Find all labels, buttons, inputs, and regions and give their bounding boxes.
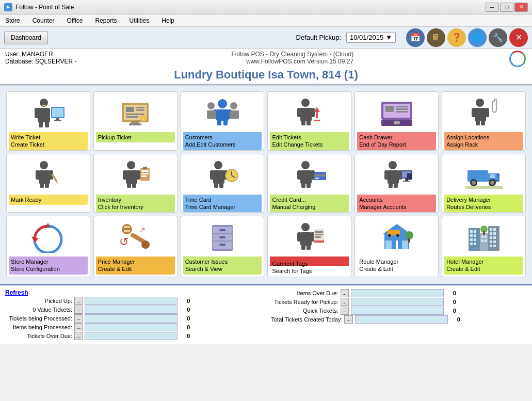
overdue-tickets-row: Tickets Over Due: ... 0	[5, 332, 261, 340]
picked-up-input[interactable]	[85, 297, 178, 305]
svg-rect-71	[141, 175, 147, 177]
hotel-manager-button[interactable]: Hotel Manager Create & Edit	[442, 216, 526, 277]
svg-rect-150	[474, 234, 476, 237]
calendar-icon[interactable]: 📅	[406, 28, 425, 47]
svg-rect-139	[385, 240, 392, 249]
credit-card-button[interactable]: Credit Card... Manual Charging	[267, 154, 351, 213]
zero-value-btn[interactable]: ...	[74, 306, 83, 314]
svg-point-144	[405, 231, 413, 239]
total-today-btn[interactable]: ...	[344, 315, 352, 324]
svg-point-142	[388, 234, 391, 237]
svg-rect-102	[467, 170, 488, 182]
web-icon[interactable]: 🌐	[468, 28, 487, 47]
write-ticket-button[interactable]: Write Ticket Create Ticket	[6, 91, 90, 151]
menu-utilities[interactable]: Utilities	[127, 16, 152, 25]
maximize-button[interactable]: □	[500, 3, 513, 12]
total-today-label: Total Tickets Created Today:	[271, 316, 343, 323]
help-icon[interactable]: ❓	[447, 28, 466, 47]
total-today-input[interactable]	[355, 315, 448, 324]
customers-label: Customers Add,Edit Customers	[183, 132, 262, 150]
assign-locations-button[interactable]: Assign Locations Assign Rack	[442, 91, 526, 151]
time-card-button[interactable]: Time Card Time Card Manager	[181, 154, 265, 213]
svg-point-127	[301, 223, 310, 231]
customers-button[interactable]: Customers Add,Edit Customers	[181, 91, 265, 151]
menu-help[interactable]: Help	[159, 16, 176, 25]
inventory-button[interactable]: Inventory Click for Inventory	[93, 154, 178, 213]
quick-tickets-btn[interactable]: ...	[341, 307, 349, 315]
menu-office[interactable]: Office	[65, 16, 85, 25]
close-button[interactable]: ✕	[514, 3, 528, 12]
ready-pickup-input[interactable]	[351, 298, 444, 306]
dashboard-button[interactable]: Dashboard	[4, 31, 48, 44]
edit-tickets-icon	[289, 95, 330, 130]
svg-rect-151	[470, 238, 473, 241]
title-bar: ▶ Follow - Point of Sale ─ □ ✕	[0, 0, 532, 14]
minimize-button[interactable]: ─	[486, 3, 499, 12]
zero-value-input[interactable]	[85, 306, 178, 314]
svg-rect-135	[315, 234, 323, 235]
garment-tags-button[interactable]: Garment Tags Search for Tags	[267, 216, 351, 277]
svg-text:↗: ↗	[139, 226, 146, 234]
menu-reports[interactable]: Reports	[93, 16, 119, 25]
items-overdue-input[interactable]	[351, 289, 444, 297]
svg-rect-172	[483, 231, 485, 235]
overdue-tickets-btn[interactable]: ...	[74, 332, 83, 340]
cash-drawer-button[interactable]: Cash Drawer End of Day Report	[354, 91, 439, 151]
edit-tickets-button[interactable]: Edit Tickets Edit Change Tickets	[267, 91, 351, 151]
svg-rect-59	[45, 182, 49, 188]
svg-rect-124	[219, 229, 225, 231]
window-controls[interactable]: ─ □ ✕	[486, 3, 528, 12]
picked-up-row: Picked Up: ... 0	[5, 297, 261, 305]
pickup-ticket-button[interactable]: $ Pickup Ticket	[93, 91, 178, 151]
svg-rect-23	[216, 109, 229, 121]
menu-counter[interactable]: Counter	[30, 16, 57, 25]
svg-rect-131	[301, 244, 305, 250]
exit-icon[interactable]: ✕	[509, 28, 528, 47]
ready-pickup-btn[interactable]: ...	[341, 298, 349, 306]
processing-tickets-label: Tickets being Processed:	[5, 315, 72, 322]
svg-rect-2	[35, 108, 39, 118]
accounts-icon	[376, 157, 417, 193]
svg-rect-125	[219, 236, 225, 238]
processing-tickets-btn[interactable]: ...	[74, 314, 83, 323]
svg-rect-89	[314, 174, 326, 177]
time-card-label: Time Card Time Card Manager	[183, 195, 262, 213]
processing-items-btn[interactable]: ...	[74, 323, 83, 331]
hotel-manager-label: Hotel Manager Create & Edit	[444, 256, 523, 275]
price-manager-icon: ↺ ↗	[115, 219, 156, 254]
pickup-date-picker[interactable]: 10/01/2015 ▼	[346, 32, 396, 43]
website-label: www.FollowPOS.com Version 15.09.27	[231, 58, 353, 65]
menu-store[interactable]: Store	[3, 16, 22, 25]
svg-rect-17	[126, 116, 138, 118]
svg-point-113	[122, 224, 132, 234]
refresh-link[interactable]: Refresh	[5, 289, 28, 296]
cash-register-icon[interactable]: 🖩	[427, 28, 445, 47]
svg-rect-149	[470, 234, 473, 237]
overdue-tickets-input[interactable]	[85, 332, 178, 340]
garment-tags-label: Garment Tags Search for Tags	[270, 256, 349, 277]
settings-icon[interactable]: 🔧	[489, 28, 507, 47]
processing-items-input[interactable]	[85, 323, 178, 331]
svg-rect-152	[474, 238, 476, 241]
total-today-value: 0	[450, 316, 460, 323]
quick-tickets-input[interactable]	[351, 307, 444, 315]
svg-rect-29	[207, 110, 216, 119]
window-title: Follow - Point of Sale	[15, 4, 74, 11]
svg-rect-63	[126, 170, 137, 184]
delivery-manager-button[interactable]: Delivery Manager Routes Deliveries	[442, 154, 526, 213]
mark-ready-button[interactable]: Mark Ready	[6, 154, 90, 213]
price-manager-button[interactable]: ↺ ↗ Price Manager Create & Edit	[93, 216, 178, 277]
processing-tickets-input[interactable]	[85, 314, 178, 323]
items-overdue-btn[interactable]: ...	[341, 289, 349, 297]
accounts-button[interactable]: Accounts Manager Accounts	[354, 154, 439, 213]
picked-up-btn[interactable]: ...	[74, 297, 83, 305]
customer-issues-button[interactable]: Customer Issues Search & View	[181, 216, 265, 277]
store-manager-button[interactable]: Store Manager Store Configuration	[6, 216, 90, 277]
route-manager-button[interactable]: Route Manager Create & Edit	[354, 216, 439, 277]
customer-issues-label: Customer Issues Search & View	[183, 256, 262, 275]
store-manager-icon	[27, 219, 69, 254]
items-overdue-row: Items Over Due: ... 0	[271, 289, 527, 297]
cash-drawer-label: Cash Drawer End of Day Report	[357, 132, 436, 150]
svg-rect-44	[396, 108, 408, 110]
dropdown-icon[interactable]: ▼	[385, 34, 392, 41]
